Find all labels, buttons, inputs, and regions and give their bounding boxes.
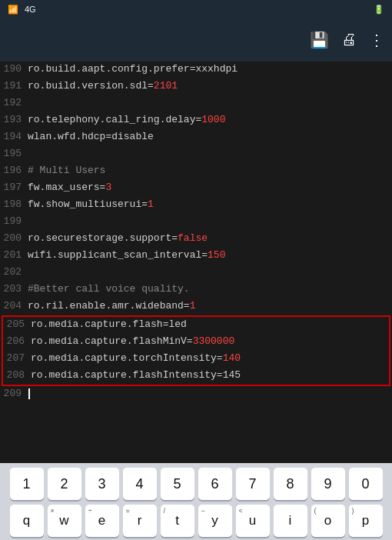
line-content <box>28 146 392 163</box>
toolbar-actions: 💾 🖨 ⋮ <box>310 31 384 50</box>
line-content: ro.media.capture.torchIntensity=140 <box>31 351 389 368</box>
line-number: 200 <box>0 231 28 248</box>
line-row: 198 fw.show_multiuserui=1 <box>0 197 392 214</box>
key-8[interactable]: 8 <box>274 468 307 500</box>
key-4[interactable]: 4 <box>123 468 157 500</box>
editor-area: 190 ro.build.aapt.config.prefer=xxxhdpi … <box>0 62 392 463</box>
line-content: ro.media.capture.flashIntensity=145 <box>31 368 389 385</box>
save-icon[interactable]: 💾 <box>310 31 329 50</box>
line-number: 191 <box>0 78 28 95</box>
line-row: 206 ro.media.capture.flashMinV=3300000 <box>3 334 389 351</box>
more-options-icon[interactable]: ⋮ <box>369 31 384 50</box>
line-number: 205 <box>3 317 31 334</box>
line-row: 203 #Better call voice quality. <box>0 282 392 298</box>
line-content: ro.media.capture.flashMinV=3300000 <box>31 334 389 351</box>
line-number: 206 <box>3 334 31 351</box>
signal-icon: 📶 <box>8 5 18 15</box>
keyboard: 1234567890 q×w÷e=r/t−y<ui(o)p <box>0 463 392 540</box>
key-7[interactable]: 7 <box>236 468 270 500</box>
line-row: 193 ro.telephony.call_ring.delay=1000 <box>0 112 392 129</box>
status-bar: 📶 4G 🔋 <box>0 0 392 18</box>
line-number: 202 <box>0 265 28 282</box>
line-number: 190 <box>0 62 28 78</box>
highlight-group: 205 ro.media.capture.flash=led 206 ro.me… <box>2 315 390 386</box>
line-number: 197 <box>0 180 28 197</box>
line-content: ro.media.capture.flash=led <box>31 317 389 334</box>
line-row: 209 <box>0 386 392 403</box>
line-row: 194 wlan.wfd.hdcp=disable <box>0 129 392 146</box>
key-5[interactable]: 5 <box>161 468 194 500</box>
line-content: fw.max_users=3 <box>28 180 392 197</box>
line-content: ro.build.aapt.config.prefer=xxxhdpi <box>28 62 392 78</box>
status-left: 📶 4G <box>8 5 39 15</box>
key-i[interactable]: i <box>274 505 307 537</box>
line-row: 208 ro.media.capture.flashIntensity=145 <box>3 368 389 385</box>
line-row: 190 ro.build.aapt.config.prefer=xxxhdpi <box>0 62 392 78</box>
line-row: 196 # Multi Users <box>0 163 392 180</box>
line-content: ro.securestorage.support=false <box>28 231 392 248</box>
key-3[interactable]: 3 <box>85 468 119 500</box>
line-number: 196 <box>0 163 28 180</box>
line-row: 204 ro.ril.enable.amr.wideband=1 <box>0 298 392 315</box>
line-number: 209 <box>0 386 28 403</box>
key-q[interactable]: q <box>10 505 44 537</box>
menu-icon[interactable] <box>8 37 14 43</box>
line-content: wlan.wfd.hdcp=disable <box>28 129 392 146</box>
key-e[interactable]: ÷e <box>85 505 119 537</box>
key-1[interactable]: 1 <box>10 468 44 500</box>
key-w[interactable]: ×w <box>48 505 81 537</box>
key-r[interactable]: =r <box>123 505 157 537</box>
line-content: #Better call voice quality. <box>28 282 392 298</box>
key-2[interactable]: 2 <box>48 468 81 500</box>
key-0[interactable]: 0 <box>349 468 383 500</box>
key-t[interactable]: /t <box>161 505 194 537</box>
line-row: 199 <box>0 214 392 231</box>
line-number: 199 <box>0 214 28 231</box>
line-content <box>28 386 392 403</box>
line-row: 201 wifi.supplicant_scan_interval=150 <box>0 248 392 265</box>
key-p[interactable]: )p <box>349 505 383 537</box>
line-content <box>28 214 392 231</box>
toolbar: 💾 🖨 ⋮ <box>0 18 392 62</box>
line-content: ro.build.version.sdl=2101 <box>28 78 392 95</box>
line-number: 193 <box>0 112 28 129</box>
line-content: wifi.supplicant_scan_interval=150 <box>28 248 392 265</box>
keyboard-row-numbers: 1234567890 <box>3 468 389 500</box>
line-content: ro.ril.enable.amr.wideband=1 <box>28 298 392 315</box>
line-number: 194 <box>0 129 28 146</box>
line-row: 195 <box>0 146 392 163</box>
editor-content[interactable]: 190 ro.build.aapt.config.prefer=xxxhdpi … <box>0 62 392 463</box>
line-number: 204 <box>0 298 28 315</box>
status-right: 🔋 <box>367 5 384 15</box>
line-row: 200 ro.securestorage.support=false <box>0 231 392 248</box>
line-content: fw.show_multiuserui=1 <box>28 197 392 214</box>
key-6[interactable]: 6 <box>198 468 232 500</box>
line-number: 207 <box>3 351 31 368</box>
line-row: 202 <box>0 265 392 282</box>
line-content <box>28 95 392 112</box>
line-number: 208 <box>3 368 31 385</box>
network-type: 4G <box>25 5 36 14</box>
line-content <box>28 265 392 282</box>
line-number: 201 <box>0 248 28 265</box>
key-9[interactable]: 9 <box>311 468 345 500</box>
battery-icon: 🔋 <box>374 5 384 15</box>
line-number: 203 <box>0 282 28 298</box>
key-y[interactable]: −y <box>198 505 232 537</box>
key-u[interactable]: <u <box>236 505 270 537</box>
key-o[interactable]: (o <box>311 505 345 537</box>
line-row: 207 ro.media.capture.torchIntensity=140 <box>3 351 389 368</box>
line-row: 191 ro.build.version.sdl=2101 <box>0 78 392 95</box>
keyboard-row-qwerty: q×w÷e=r/t−y<ui(o)p <box>3 505 389 537</box>
line-content: # Multi Users <box>28 163 392 180</box>
line-row: 192 <box>0 95 392 112</box>
line-row: 197 fw.max_users=3 <box>0 180 392 197</box>
line-content: ro.telephony.call_ring.delay=1000 <box>28 112 392 129</box>
line-number: 195 <box>0 146 28 163</box>
line-number: 192 <box>0 95 28 112</box>
print-icon[interactable]: 🖨 <box>341 31 357 49</box>
line-row: 205 ro.media.capture.flash=led <box>3 317 389 334</box>
line-number: 198 <box>0 197 28 214</box>
